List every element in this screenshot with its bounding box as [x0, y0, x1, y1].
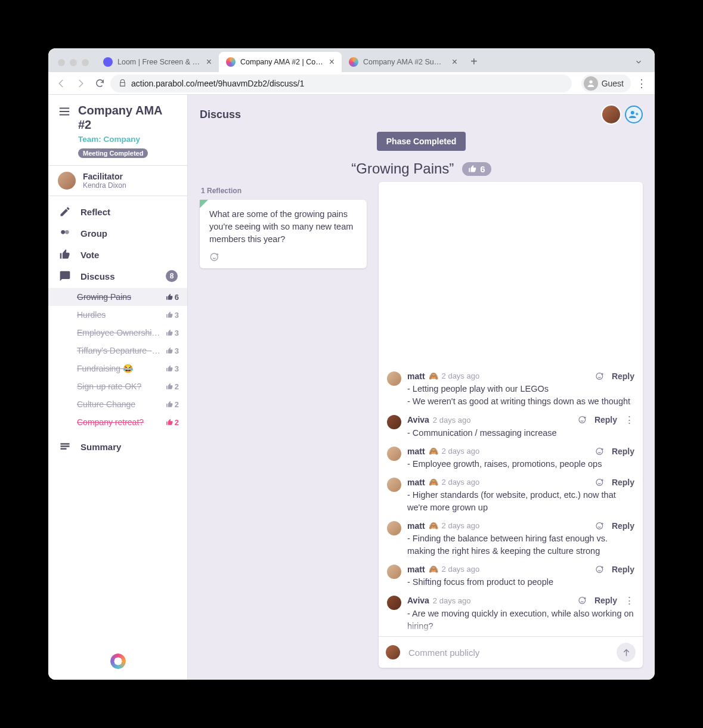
topic-name: Tiffany's Departure - L...	[77, 346, 162, 355]
reply-button[interactable]: Reply	[594, 415, 617, 425]
tab-loom[interactable]: Loom | Free Screen & Video Re ×	[96, 52, 219, 72]
tab-parabol-meeting[interactable]: Company AMA #2 | Company ×	[219, 52, 342, 72]
tab-title: Company AMA #2 | Company	[240, 58, 324, 66]
address-bar[interactable]: action.parabol.co/meet/9huavmDzb2/discus…	[110, 75, 572, 92]
comment-time: 2 days ago	[442, 447, 480, 456]
url-text: action.parabol.co/meet/9huavmDzb2/discus…	[131, 79, 304, 88]
author-emoji: 🙈	[429, 447, 438, 456]
main-panel: Discuss Phase Completed “Growing Pains” …	[188, 95, 655, 680]
phase-label: Reflect	[80, 207, 110, 217]
add-reaction-button[interactable]	[595, 565, 605, 574]
avatar	[387, 371, 401, 386]
topic-name: Company retreat?	[77, 417, 162, 427]
add-reaction-button[interactable]	[209, 252, 357, 262]
thumb-up-icon	[468, 165, 477, 174]
avatar	[58, 172, 76, 190]
comment-text: - Higher standards (for website, product…	[407, 489, 634, 514]
sidebar-header: Company AMA #2 Team: Company Meeting Com…	[48, 95, 187, 166]
arrow-left-icon	[56, 78, 67, 89]
reply-button[interactable]: Reply	[612, 565, 634, 574]
discussion-panel: matt🙈2 days agoReply- Letting people pla…	[379, 182, 643, 668]
add-reaction-button[interactable]	[578, 596, 587, 605]
add-reaction-button[interactable]	[578, 415, 587, 425]
new-tab-button[interactable]: +	[464, 55, 484, 72]
comment-author: matt	[407, 478, 425, 487]
add-reaction-button[interactable]	[595, 521, 605, 531]
sidebar-topic[interactable]: Employee Ownership 😂3	[48, 324, 187, 342]
smile-plus-icon	[209, 252, 220, 262]
svg-point-1	[61, 230, 65, 234]
phase-vote[interactable]: Vote	[48, 244, 187, 265]
comment-time: 2 days ago	[442, 521, 480, 530]
topic-name: Sign-up rate OK?	[77, 382, 162, 391]
tab-parabol-summary[interactable]: Company AMA #2 Summary | C ×	[342, 52, 464, 72]
reflection-text: What are some of the growing pains you'r…	[209, 208, 357, 246]
topic-title: “Growing Pains”	[351, 160, 454, 177]
comment-text: - Employee growth, raises, promotions, p…	[407, 458, 634, 470]
sidebar-topic[interactable]: Growing Pains6	[48, 288, 187, 306]
add-participant-button[interactable]	[625, 106, 643, 123]
comment-input[interactable]	[407, 647, 609, 658]
add-reaction-button[interactable]	[595, 447, 605, 456]
sidebar-topic[interactable]: Fundraising 😂3	[48, 360, 187, 377]
reply-button[interactable]: Reply	[612, 521, 634, 531]
phase-summary[interactable]: Summary	[48, 436, 187, 457]
avatar	[387, 521, 401, 535]
avatar	[386, 645, 400, 659]
parabol-icon	[349, 57, 358, 67]
add-reaction-button[interactable]	[595, 371, 605, 381]
sidebar-topic[interactable]: Company retreat?2	[48, 413, 187, 431]
reflection-card[interactable]: What are some of the growing pains you'r…	[200, 200, 367, 268]
comment-menu-button[interactable]: ⋮	[624, 596, 634, 606]
sidebar-topic[interactable]: Culture Change2	[48, 395, 187, 413]
phase-discuss[interactable]: Discuss 8	[48, 265, 187, 287]
comment-thread[interactable]: matt🙈2 days agoReply- Letting people pla…	[379, 182, 643, 636]
send-button[interactable]	[617, 643, 636, 662]
comment: Aviva2 days agoReply⋮- Are we moving qui…	[387, 592, 634, 636]
close-icon[interactable]: ×	[329, 57, 335, 67]
comment-text: - Finding the balance between hiring fas…	[407, 532, 634, 557]
facilitator-label: Facilitator	[83, 172, 126, 181]
profile-chip[interactable]: Guest	[581, 75, 631, 92]
pencil-icon	[58, 206, 72, 218]
sidebar-topic[interactable]: Hurdles3	[48, 306, 187, 324]
participant-controls	[601, 104, 643, 125]
nav-forward-button[interactable]	[72, 75, 89, 92]
traffic-min[interactable]	[70, 59, 77, 66]
reply-button[interactable]: Reply	[612, 478, 634, 487]
lock-icon	[119, 79, 126, 87]
reply-button[interactable]: Reply	[594, 596, 617, 605]
traffic-max[interactable]	[82, 59, 89, 66]
svg-point-0	[589, 80, 592, 83]
phase-status-badge: Phase Completed	[377, 132, 466, 151]
close-icon[interactable]: ×	[206, 57, 212, 67]
team-link[interactable]: Team: Company	[78, 135, 178, 144]
add-reaction-button[interactable]	[595, 478, 605, 487]
traffic-close[interactable]	[58, 59, 65, 66]
comment-time: 2 days ago	[442, 565, 480, 574]
tab-overflow-button[interactable]	[627, 58, 650, 72]
comment-menu-button[interactable]: ⋮	[624, 415, 634, 425]
menu-button[interactable]	[58, 105, 71, 118]
chat-icon	[58, 270, 72, 282]
comment-author: Aviva	[407, 596, 429, 605]
browser-window: Loom | Free Screen & Video Re × Company …	[48, 48, 655, 680]
author-emoji: 🙈	[429, 371, 438, 380]
nav-back-button[interactable]	[53, 75, 70, 92]
reply-button[interactable]: Reply	[612, 371, 634, 381]
sidebar-topic[interactable]: Sign-up rate OK?2	[48, 377, 187, 395]
browser-menu-button[interactable]: ⋮	[633, 77, 650, 90]
vote-count-pill: 6	[462, 162, 491, 176]
tab-title: Loom | Free Screen & Video Re	[117, 58, 202, 66]
avatar	[387, 478, 401, 492]
phase-group[interactable]: Group	[48, 222, 187, 244]
avatar[interactable]	[601, 104, 621, 125]
comment: matt🙈2 days agoReply- Employee growth, r…	[387, 443, 634, 474]
comment: Aviva2 days agoReply⋮- Communication / m…	[387, 411, 634, 443]
phase-label: Vote	[80, 250, 99, 260]
reply-button[interactable]: Reply	[612, 447, 634, 456]
close-icon[interactable]: ×	[452, 57, 457, 67]
phase-reflect[interactable]: Reflect	[48, 201, 187, 222]
nav-reload-button[interactable]	[91, 75, 108, 92]
sidebar-topic[interactable]: Tiffany's Departure - L...3	[48, 342, 187, 360]
